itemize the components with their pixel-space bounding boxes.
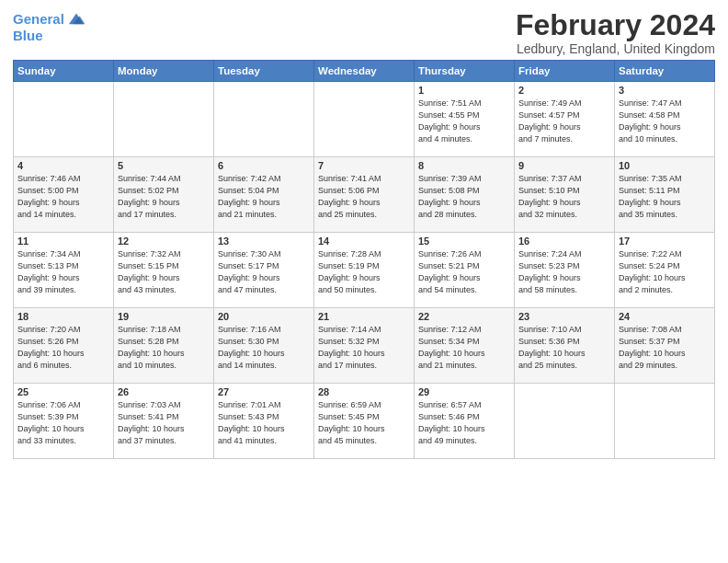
calendar-cell: 25Sunrise: 7:06 AM Sunset: 5:39 PM Dayli… [14, 384, 114, 459]
page-container: General Blue February 2024 Ledbury, Engl… [0, 0, 728, 466]
calendar-cell: 16Sunrise: 7:24 AM Sunset: 5:23 PM Dayli… [515, 233, 615, 308]
day-info: Sunrise: 7:16 AM Sunset: 5:30 PM Dayligh… [218, 324, 310, 372]
calendar-header: SundayMondayTuesdayWednesdayThursdayFrid… [14, 61, 715, 82]
calendar-cell [615, 384, 715, 459]
day-info: Sunrise: 7:46 AM Sunset: 5:00 PM Dayligh… [17, 173, 109, 221]
weekday-header: Sunday [14, 61, 114, 82]
calendar-cell: 5Sunrise: 7:44 AM Sunset: 5:02 PM Daylig… [114, 157, 214, 233]
day-info: Sunrise: 7:39 AM Sunset: 5:08 PM Dayligh… [418, 173, 510, 221]
logo: General Blue [13, 9, 86, 44]
weekday-header: Thursday [415, 61, 515, 82]
day-info: Sunrise: 7:34 AM Sunset: 5:13 PM Dayligh… [17, 248, 109, 296]
calendar-cell: 23Sunrise: 7:10 AM Sunset: 5:36 PM Dayli… [515, 308, 615, 384]
weekday-header: Monday [114, 61, 214, 82]
calendar-cell: 1Sunrise: 7:51 AM Sunset: 4:55 PM Daylig… [415, 82, 515, 157]
calendar-cell: 24Sunrise: 7:08 AM Sunset: 5:37 PM Dayli… [615, 308, 715, 384]
day-info: Sunrise: 7:37 AM Sunset: 5:10 PM Dayligh… [518, 173, 610, 221]
calendar-cell: 18Sunrise: 7:20 AM Sunset: 5:26 PM Dayli… [14, 308, 114, 384]
weekday-header: Tuesday [214, 61, 314, 82]
calendar-week-row: 11Sunrise: 7:34 AM Sunset: 5:13 PM Dayli… [14, 233, 715, 308]
day-info: Sunrise: 7:20 AM Sunset: 5:26 PM Dayligh… [17, 324, 109, 372]
calendar-table: SundayMondayTuesdayWednesdayThursdayFrid… [13, 60, 715, 459]
day-number: 6 [218, 160, 310, 171]
day-info: Sunrise: 7:35 AM Sunset: 5:11 PM Dayligh… [619, 173, 711, 221]
day-info: Sunrise: 7:24 AM Sunset: 5:23 PM Dayligh… [518, 248, 610, 296]
day-number: 8 [418, 160, 510, 171]
day-info: Sunrise: 7:51 AM Sunset: 4:55 PM Dayligh… [418, 98, 510, 145]
day-info: Sunrise: 7:06 AM Sunset: 5:39 PM Dayligh… [17, 399, 109, 447]
day-number: 20 [218, 311, 310, 322]
calendar-cell: 3Sunrise: 7:47 AM Sunset: 4:58 PM Daylig… [615, 82, 715, 157]
calendar-cell [14, 82, 114, 157]
calendar-cell [114, 82, 214, 157]
day-number: 24 [619, 311, 711, 322]
day-number: 29 [418, 386, 510, 397]
calendar-cell: 29Sunrise: 6:57 AM Sunset: 5:46 PM Dayli… [415, 384, 515, 459]
calendar-week-row: 1Sunrise: 7:51 AM Sunset: 4:55 PM Daylig… [14, 82, 715, 157]
day-number: 5 [118, 160, 210, 171]
day-number: 9 [518, 160, 610, 171]
calendar-cell: 15Sunrise: 7:26 AM Sunset: 5:21 PM Dayli… [415, 233, 515, 308]
calendar-cell: 21Sunrise: 7:14 AM Sunset: 5:32 PM Dayli… [314, 308, 415, 384]
day-info: Sunrise: 7:22 AM Sunset: 5:24 PM Dayligh… [619, 248, 711, 296]
day-number: 11 [17, 236, 109, 247]
calendar-cell: 10Sunrise: 7:35 AM Sunset: 5:11 PM Dayli… [615, 157, 715, 233]
day-number: 18 [17, 311, 109, 322]
calendar-cell: 22Sunrise: 7:12 AM Sunset: 5:34 PM Dayli… [415, 308, 515, 384]
day-info: Sunrise: 6:57 AM Sunset: 5:46 PM Dayligh… [418, 399, 510, 447]
day-number: 1 [418, 85, 510, 96]
weekday-header: Saturday [615, 61, 715, 82]
calendar-cell: 28Sunrise: 6:59 AM Sunset: 5:45 PM Dayli… [314, 384, 415, 459]
calendar-cell: 26Sunrise: 7:03 AM Sunset: 5:41 PM Dayli… [114, 384, 214, 459]
day-number: 13 [218, 236, 310, 247]
calendar-cell: 6Sunrise: 7:42 AM Sunset: 5:04 PM Daylig… [214, 157, 314, 233]
day-info: Sunrise: 7:44 AM Sunset: 5:02 PM Dayligh… [118, 173, 210, 221]
location: Ledbury, England, United Kingdom [516, 41, 715, 56]
calendar-week-row: 25Sunrise: 7:06 AM Sunset: 5:39 PM Dayli… [14, 384, 715, 459]
day-number: 26 [118, 386, 210, 397]
title-block: February 2024 Ledbury, England, United K… [516, 9, 715, 56]
header: General Blue February 2024 Ledbury, Engl… [13, 9, 715, 56]
day-number: 4 [17, 160, 109, 171]
calendar-body: 1Sunrise: 7:51 AM Sunset: 4:55 PM Daylig… [14, 82, 715, 459]
day-number: 22 [418, 311, 510, 322]
day-number: 28 [318, 386, 410, 397]
day-number: 7 [318, 160, 410, 171]
calendar-cell: 4Sunrise: 7:46 AM Sunset: 5:00 PM Daylig… [14, 157, 114, 233]
day-info: Sunrise: 7:28 AM Sunset: 5:19 PM Dayligh… [318, 248, 410, 296]
day-number: 16 [518, 236, 610, 247]
day-info: Sunrise: 7:32 AM Sunset: 5:15 PM Dayligh… [118, 248, 210, 296]
day-info: Sunrise: 7:47 AM Sunset: 4:58 PM Dayligh… [619, 98, 711, 145]
day-info: Sunrise: 7:18 AM Sunset: 5:28 PM Dayligh… [118, 324, 210, 372]
calendar-cell: 14Sunrise: 7:28 AM Sunset: 5:19 PM Dayli… [314, 233, 415, 308]
day-number: 3 [619, 85, 711, 96]
day-number: 2 [518, 85, 610, 96]
calendar-cell: 7Sunrise: 7:41 AM Sunset: 5:06 PM Daylig… [314, 157, 415, 233]
weekday-row: SundayMondayTuesdayWednesdayThursdayFrid… [14, 61, 715, 82]
calendar-cell: 20Sunrise: 7:16 AM Sunset: 5:30 PM Dayli… [214, 308, 314, 384]
logo-text2: Blue [13, 28, 43, 44]
day-info: Sunrise: 7:01 AM Sunset: 5:43 PM Dayligh… [218, 399, 310, 447]
day-info: Sunrise: 7:42 AM Sunset: 5:04 PM Dayligh… [218, 173, 310, 221]
day-number: 17 [619, 236, 711, 247]
day-info: Sunrise: 6:59 AM Sunset: 5:45 PM Dayligh… [318, 399, 410, 447]
calendar-cell [515, 384, 615, 459]
day-info: Sunrise: 7:12 AM Sunset: 5:34 PM Dayligh… [418, 324, 510, 372]
day-number: 27 [218, 386, 310, 397]
day-info: Sunrise: 7:30 AM Sunset: 5:17 PM Dayligh… [218, 248, 310, 296]
day-number: 12 [118, 236, 210, 247]
day-number: 21 [318, 311, 410, 322]
day-number: 23 [518, 311, 610, 322]
calendar-cell [214, 82, 314, 157]
day-info: Sunrise: 7:08 AM Sunset: 5:37 PM Dayligh… [619, 324, 711, 372]
calendar-cell: 12Sunrise: 7:32 AM Sunset: 5:15 PM Dayli… [114, 233, 214, 308]
calendar-week-row: 4Sunrise: 7:46 AM Sunset: 5:00 PM Daylig… [14, 157, 715, 233]
calendar-cell: 11Sunrise: 7:34 AM Sunset: 5:13 PM Dayli… [14, 233, 114, 308]
day-number: 25 [17, 386, 109, 397]
calendar-cell [314, 82, 415, 157]
day-info: Sunrise: 7:03 AM Sunset: 5:41 PM Dayligh… [118, 399, 210, 447]
day-info: Sunrise: 7:14 AM Sunset: 5:32 PM Dayligh… [318, 324, 410, 372]
day-info: Sunrise: 7:26 AM Sunset: 5:21 PM Dayligh… [418, 248, 510, 296]
logo-text: General [13, 11, 64, 28]
calendar-cell: 19Sunrise: 7:18 AM Sunset: 5:28 PM Dayli… [114, 308, 214, 384]
